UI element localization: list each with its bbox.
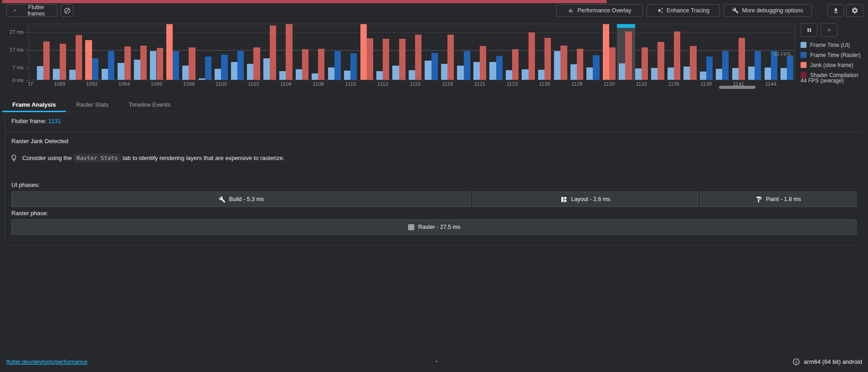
frame-bar-group-1094[interactable] [117,24,133,80]
raster-time-bar [609,47,616,80]
frame-bar-group-1142[interactable] [747,24,763,80]
frame-bar-group-1133[interactable] [650,24,666,80]
export-button[interactable] [827,4,844,17]
more-debugging-options-button[interactable]: More debugging options [724,4,812,17]
frame-bar-group-1135[interactable] [666,24,682,80]
ui-time-bar [700,72,706,80]
raster-time-bar [431,53,438,80]
raster-time-bar [157,48,163,80]
ui-time-bar [199,78,205,80]
frame-bar-group-1088[interactable] [36,24,51,80]
raster-time-bar [544,38,551,80]
frame-bar-group-1087[interactable] [28,24,36,80]
frame-bar-group-1097[interactable] [165,24,181,80]
frame-bar-group-1100[interactable] [214,24,230,80]
frame-bar-group-1108[interactable] [311,24,327,80]
wrench-icon [219,196,226,203]
ui-time-bar [409,70,415,80]
ui-time-bar [489,62,496,80]
enhance-tracing-button[interactable]: Enhance Tracing [647,4,720,17]
tab-timeline-events[interactable]: Timeline Events [118,97,180,112]
layout-icon [560,196,567,203]
clear-block-button[interactable] [61,4,73,17]
frame-bar-group-1126[interactable] [537,24,553,80]
frame-bar-group-1093[interactable] [100,24,116,80]
frame-bar-group-1124[interactable] [521,24,537,80]
frame-bar-group-1132[interactable] [634,24,650,80]
ui-phases-label: UI phases: [11,181,40,188]
y-axis-label: 27 ms [3,29,24,35]
frame-bar-group-1098[interactable] [181,24,197,80]
x-axis-label: 1108 [313,81,324,87]
frame-bar-group-1118[interactable] [440,24,456,80]
frame-bar-group-1128[interactable] [569,24,585,80]
ui-time-bar [506,70,512,80]
devtools-docs-link[interactable]: flutter.dev/devtools/performance [6,359,87,365]
phase-block-layout[interactable]: Layout - 2.6 ms [473,191,699,207]
frame-bar-group-1116[interactable] [424,24,440,80]
frame-bar-group-1112[interactable] [375,24,391,80]
frame-bar-group-1138[interactable] [699,24,714,80]
raster-time-bar [221,55,227,80]
frame-bar-group-1123[interactable] [504,24,520,80]
legend-label: Jank (slow frame) [810,62,853,68]
settings-button[interactable] [846,4,863,17]
frame-bar-group-1099[interactable] [197,24,213,80]
frame-bar-group-1103[interactable] [262,24,278,80]
frame-bar-group-1136[interactable] [683,24,699,80]
frame-label: Flutter frame: [11,118,48,124]
frame-bar-group-1096[interactable] [149,24,165,80]
frame-bar-group-1130[interactable] [601,24,617,80]
x-axis-label: 1132 [636,81,647,87]
frame-bar-group-1119[interactable] [456,24,472,80]
frame-bar-group-1095[interactable] [133,24,149,80]
footer-separator: • [436,358,437,364]
frame-bar-group-1109[interactable] [327,24,343,80]
frame-bar-group-1102[interactable] [246,24,262,80]
raster-time-bar [383,39,389,81]
frame-bar-group-1131[interactable] [618,24,634,80]
play-icon [826,27,832,33]
ui-time-bar [312,73,318,80]
frame-bar-group-1090[interactable] [68,24,84,80]
performance-overlay-button[interactable]: Performance Overlay [556,4,643,17]
frame-bar-group-1111[interactable] [359,24,375,80]
chart-scrollbar[interactable] [719,86,755,89]
frame-bar-group-1101[interactable] [230,24,246,80]
raster-time-bar [560,46,567,80]
frame-bar-group-1092[interactable] [84,24,100,80]
tab-raster-stats[interactable]: Raster Stats [66,97,119,112]
frame-bar-group-1121[interactable] [472,24,488,80]
phase-block-paint[interactable]: Paint - 1.8 ms [700,191,857,207]
frame-bar-group-1139[interactable] [715,24,731,80]
ui-time-bar [781,68,787,80]
phase-block-build[interactable]: Build - 5.3 ms [11,191,471,207]
flutter-frames-toggle[interactable]: Flutter frames [6,4,57,17]
chart-x-axis: 1087108910921094109610981100110211041108… [28,81,795,88]
frame-bar-group-1089[interactable] [52,24,68,80]
raster-time-bar [189,47,195,80]
frame-bar-group-1113[interactable] [391,24,407,80]
tab-frame-analysis[interactable]: Frame Analysis [2,97,66,112]
raster-time-bar [657,42,664,80]
x-axis-label: 1087 [28,81,33,87]
frame-bar-group-1122[interactable] [488,24,504,80]
frame-bar-group-1141[interactable] [731,24,747,80]
pause-recording-button[interactable] [801,23,817,37]
frames-chart[interactable]: 60 FPS [28,24,795,80]
frame-bar-group-1129[interactable] [586,24,601,80]
frame-bar-group-1104[interactable] [278,24,294,80]
frame-bar-group-1115[interactable] [408,24,424,80]
frame-bar-group-1127[interactable] [553,24,569,80]
phase-block-raster[interactable]: Raster - 27.5 ms [11,219,857,235]
x-axis-label: 1104 [280,81,292,87]
resume-recording-button[interactable] [821,23,837,37]
raster-time-bar [253,47,260,80]
frame-bar-group-1106[interactable] [294,24,310,80]
y-tick [26,50,28,50]
frame-bar-group-1110[interactable] [343,24,359,80]
frame-number-link[interactable]: 1131 [48,118,61,124]
raster-time-bar [173,51,179,80]
ui-time-bar [425,61,431,80]
x-axis-label: 1121 [474,81,486,87]
